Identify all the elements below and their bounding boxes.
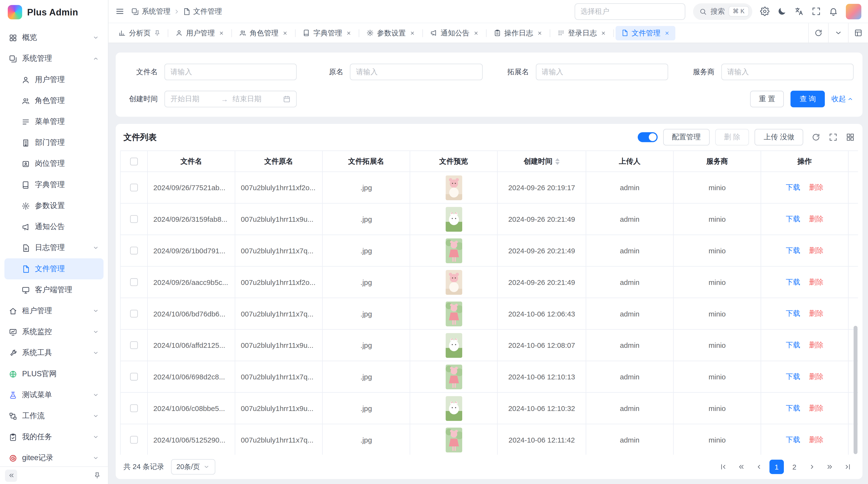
sidebar-item-users[interactable]: 用户管理 (4, 69, 103, 90)
layout-settings-button[interactable] (848, 23, 868, 42)
user-avatar[interactable] (846, 4, 861, 19)
sidebar-item-workflow[interactable]: 工作流 (4, 406, 103, 426)
close-icon[interactable] (473, 30, 479, 36)
row-checkbox[interactable] (130, 278, 138, 286)
delete-link[interactable]: 删除 (809, 435, 824, 445)
delete-link[interactable]: 删除 (809, 246, 824, 256)
table-scrollbar[interactable] (854, 326, 858, 454)
close-icon[interactable] (219, 30, 224, 36)
sidebar-item-tenants[interactable]: 租户管理 (4, 300, 103, 321)
file-preview-thumb[interactable] (445, 333, 462, 357)
tab-dicts[interactable]: 字典管理 (297, 26, 357, 40)
download-link[interactable]: 下载 (786, 277, 800, 287)
page-button-2[interactable]: 2 (787, 460, 802, 474)
close-icon[interactable] (410, 30, 415, 36)
header-cell[interactable]: 文件名 (148, 151, 235, 172)
upload-button[interactable]: 上传 没做 (755, 129, 803, 146)
reset-button[interactable]: 重 置 (750, 91, 784, 107)
file-preview-thumb[interactable] (445, 301, 462, 326)
delete-link[interactable]: 删除 (809, 183, 824, 192)
close-icon[interactable] (600, 30, 606, 36)
next-page-button[interactable] (805, 460, 819, 474)
delete-link[interactable]: 删除 (809, 309, 824, 319)
tab-notices[interactable]: 通知公告 (425, 26, 485, 40)
breadcrumb-item[interactable]: 系统管理 (131, 6, 170, 16)
header-cell[interactable]: 服务商 (674, 151, 761, 172)
delete-link[interactable]: 删除 (809, 214, 824, 224)
page-size-select[interactable]: 20条/页 (171, 459, 216, 475)
global-search[interactable]: 搜索 ⌘ K (693, 3, 752, 20)
sidebar-item-posts[interactable]: 岗位管理 (4, 153, 103, 174)
row-checkbox[interactable] (130, 310, 138, 317)
sidebar-item-system[interactable]: 系统管理 (4, 48, 103, 69)
first-page-button[interactable] (716, 460, 731, 474)
sidebar-item-depts[interactable]: 部门管理 (4, 132, 103, 153)
file-name-input[interactable]: 请输入 (164, 64, 297, 80)
close-icon[interactable] (282, 30, 288, 36)
sidebar-pin-button[interactable] (91, 469, 103, 481)
tab-roles[interactable]: 角色管理 (234, 26, 293, 40)
delete-link[interactable]: 删除 (809, 372, 824, 382)
close-icon[interactable] (346, 30, 351, 36)
tab-analysis[interactable]: 分析页 (113, 26, 166, 40)
sidebar-item-roles[interactable]: 角色管理 (4, 90, 103, 111)
download-link[interactable]: 下载 (786, 214, 800, 224)
delete-link[interactable]: 删除 (809, 277, 824, 287)
tab-login-log[interactable]: 登录日志 (552, 26, 612, 40)
close-icon[interactable] (537, 30, 542, 36)
sidebar-item-monitor[interactable]: 系统监控 (4, 321, 103, 342)
header-cell[interactable]: 操作 (761, 151, 849, 172)
sidebar-item-menus[interactable]: 菜单管理 (4, 111, 103, 132)
row-checkbox[interactable] (130, 405, 138, 412)
file-preview-thumb[interactable] (445, 427, 462, 452)
sidebar-item-gitee[interactable]: gitee记录 (4, 448, 103, 466)
delete-button[interactable]: 删 除 (715, 129, 749, 146)
tab-op-log[interactable]: 操作日志 (488, 26, 548, 40)
jump-forward-button[interactable] (823, 460, 837, 474)
sidebar-item-logs[interactable]: 日志管理 (4, 237, 103, 258)
pin-icon[interactable] (154, 30, 161, 36)
select-all-checkbox[interactable] (130, 157, 138, 165)
delete-link[interactable]: 删除 (809, 403, 824, 413)
notifications-button[interactable] (829, 7, 838, 16)
header-cell[interactable]: 文件预览 (410, 151, 498, 172)
row-checkbox[interactable] (130, 184, 138, 191)
header-cell[interactable]: 创建时间 (498, 151, 586, 172)
language-button[interactable] (795, 7, 804, 16)
file-preview-thumb[interactable] (445, 175, 462, 200)
header-cell[interactable]: 文件拓展名 (323, 151, 410, 172)
collapse-filters-link[interactable]: 收起 (831, 94, 854, 104)
row-checkbox[interactable] (130, 341, 138, 349)
download-link[interactable]: 下载 (786, 340, 800, 350)
delete-link[interactable]: 删除 (809, 340, 824, 350)
sidebar-item-tasks[interactable]: 我的任务 (4, 426, 103, 447)
header-cell[interactable]: 文件原名 (235, 151, 323, 172)
tab-actions-button[interactable] (828, 23, 848, 42)
last-page-button[interactable] (840, 460, 855, 474)
close-icon[interactable] (664, 30, 670, 36)
sidebar-item-files[interactable]: 文件管理 (4, 258, 103, 279)
sidebar-item-test[interactable]: 测试菜单 (4, 384, 103, 406)
header-cell[interactable]: 上传人 (586, 151, 674, 172)
file-preview-thumb[interactable] (445, 364, 462, 389)
sidebar-item-website[interactable]: PLUS官网 (4, 363, 103, 384)
settings-button[interactable] (760, 7, 769, 16)
page-button-1[interactable]: 1 (769, 460, 784, 474)
sidebar-item-tools[interactable]: 系统工具 (4, 343, 103, 363)
toolbar-toggle[interactable] (638, 132, 657, 142)
provider-input[interactable]: 请输入 (721, 64, 854, 80)
sidebar-item-clients[interactable]: 客户端管理 (4, 279, 103, 300)
sort-carets-icon[interactable] (555, 156, 560, 167)
download-link[interactable]: 下载 (786, 435, 800, 445)
download-link[interactable]: 下载 (786, 183, 800, 192)
fullscreen-button[interactable] (812, 7, 821, 16)
tab-refresh-button[interactable] (808, 23, 828, 42)
date-range-input[interactable]: 开始日期 → 结束日期 (164, 91, 297, 107)
sidebar-item-notices[interactable]: 通知公告 (4, 216, 103, 237)
download-link[interactable]: 下载 (786, 246, 800, 256)
tenant-select[interactable]: 选择租户 (574, 3, 685, 20)
refresh-table-button[interactable] (812, 133, 820, 142)
original-name-input[interactable]: 请输入 (350, 64, 483, 80)
tab-params[interactable]: 参数设置 (361, 26, 421, 40)
download-link[interactable]: 下载 (786, 309, 800, 319)
